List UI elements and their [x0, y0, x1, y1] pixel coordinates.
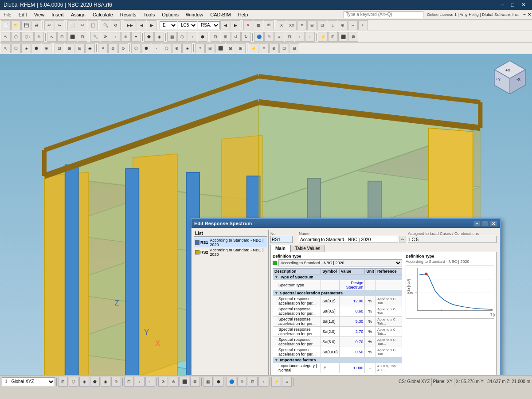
t3-btn6[interactable]: ⊡: [55, 43, 64, 53]
t2-btn14[interactable]: ⬟: [144, 32, 154, 42]
rsa-dropdown[interactable]: RSA...: [198, 21, 220, 29]
tb-btn-h[interactable]: ↔: [348, 20, 358, 30]
assigned-input[interactable]: [408, 236, 497, 243]
t2-btn19[interactable]: ⬢: [198, 32, 207, 42]
tb1-btn2[interactable]: ◀: [137, 20, 146, 30]
maximize-btn[interactable]: □: [509, 2, 517, 8]
t3-btn1[interactable]: ↖: [1, 43, 11, 53]
menu-insert[interactable]: Insert: [48, 11, 67, 18]
t3-btn3[interactable]: ◈: [21, 43, 31, 53]
bt-btn6[interactable]: ⊕: [111, 377, 121, 387]
tb-btn-f[interactable]: ⟂: [328, 20, 337, 30]
new-btn[interactable]: 📄: [1, 20, 11, 30]
tb1-btn1[interactable]: ▶▶: [124, 20, 136, 30]
close-btn[interactable]: ✕: [519, 2, 528, 8]
t2-btn13[interactable]: ✦: [131, 32, 141, 42]
t3-btn4[interactable]: ⬟: [31, 43, 41, 53]
dialog-minimize-btn[interactable]: −: [473, 221, 481, 227]
menu-help[interactable]: Help: [235, 11, 252, 18]
tb-btn-g[interactable]: ⊕: [338, 20, 348, 30]
t2-btn28[interactable]: ↑: [295, 32, 305, 42]
undo-btn[interactable]: ↩: [44, 20, 54, 30]
t2-btn2[interactable]: ⬡: [11, 32, 21, 42]
tb-view-btn[interactable]: 👁: [264, 20, 274, 30]
t3-btn10[interactable]: ⌗: [98, 43, 108, 53]
spectrum-type-value[interactable]: Design Spectrum: [339, 280, 365, 290]
bt-btn21[interactable]: ≡: [282, 377, 292, 387]
delete-btn[interactable]: ✕: [243, 20, 253, 30]
copy-btn[interactable]: 📋: [88, 20, 98, 30]
bt-btn10[interactable]: ⊘: [158, 377, 168, 387]
t3-btn28[interactable]: ⊟: [289, 43, 299, 53]
t2-btn7[interactable]: ⬛: [67, 32, 77, 42]
t3-btn25[interactable]: ≡: [259, 43, 269, 53]
viewport[interactable]: Z X Y Z Y X +Y -X +Y: [0, 54, 532, 375]
open-btn[interactable]: 📁: [11, 20, 21, 30]
bt-btn8[interactable]: ↕: [135, 377, 145, 387]
settings-btn[interactable]: ⚙: [111, 20, 121, 30]
tb1-btn3[interactable]: ▶: [147, 20, 156, 30]
t3-btn7[interactable]: ⊞: [65, 43, 74, 53]
menu-window[interactable]: Window: [182, 11, 207, 18]
title-bar-controls[interactable]: − □ ✕: [498, 2, 528, 8]
t3-btn24[interactable]: ⚡: [249, 43, 258, 53]
t2-btn30[interactable]: ⚡: [318, 32, 328, 42]
redo-btn[interactable]: ↪: [55, 20, 64, 30]
bt-btn11[interactable]: ⊗: [169, 377, 179, 387]
t2-btn3[interactable]: ⬡↓: [21, 32, 34, 42]
importance-value[interactable]: 1.000: [339, 363, 365, 373]
select-btn[interactable]: ⬜: [67, 20, 77, 30]
t3-btn23[interactable]: ⊞: [236, 43, 246, 53]
bt-btn19[interactable]: ◦: [258, 377, 268, 387]
license-close[interactable]: ✕: [527, 12, 532, 17]
t3-btn19[interactable]: ⌖: [195, 43, 205, 53]
t3-btn8[interactable]: ⊟: [75, 43, 85, 53]
t2-btn24[interactable]: 🔵: [254, 32, 264, 42]
tb-btn-e[interactable]: ⊡: [317, 20, 327, 30]
bt-btn4[interactable]: ⬟: [90, 377, 100, 387]
t2-btn16[interactable]: ▦: [167, 32, 177, 42]
menu-cad-bim[interactable]: CAD-BIM: [207, 11, 234, 18]
tab-main[interactable]: Main: [270, 245, 290, 252]
t3-btn16[interactable]: ⬡: [162, 43, 172, 53]
bt-btn18[interactable]: ⊟: [248, 377, 258, 387]
nav-cube[interactable]: +Y -X +Y: [492, 59, 528, 94]
t2-btn5[interactable]: ∿: [47, 32, 57, 42]
bt-btn16[interactable]: 🔵: [227, 377, 236, 387]
minimize-btn[interactable]: −: [498, 2, 507, 8]
t3-btn12[interactable]: ⊘: [118, 43, 128, 53]
expand-icon-spectrum[interactable]: ▼: [274, 275, 279, 279]
search-input[interactable]: [344, 11, 423, 18]
tb-btn-c[interactable]: ≡: [297, 20, 307, 30]
bt-btn12[interactable]: ⬛: [180, 377, 189, 387]
t2-btn6[interactable]: ⊞: [57, 32, 67, 42]
t2-btn1[interactable]: ↖: [1, 32, 11, 42]
bt-btn2[interactable]: ⬡: [69, 377, 78, 387]
dialog-maximize-btn[interactable]: □: [481, 221, 489, 227]
sa02-value[interactable]: 12.00: [339, 296, 365, 306]
tb-btn-d[interactable]: ⊞: [307, 20, 317, 30]
tb-btn-b[interactable]: XX: [287, 20, 297, 30]
menu-tools[interactable]: Tools: [140, 11, 158, 18]
t2-btn33[interactable]: ⊠: [348, 32, 358, 42]
t3-btn9[interactable]: ◉: [85, 43, 95, 53]
sa20-value[interactable]: 2.70: [339, 327, 365, 337]
t3-btn18[interactable]: ◈: [182, 43, 192, 53]
save-btn[interactable]: 💾: [21, 20, 31, 30]
sa50-value[interactable]: 0.70: [339, 337, 365, 347]
t3-btn27[interactable]: ⊡: [279, 43, 289, 53]
prev-case-btn[interactable]: ◀: [220, 20, 230, 30]
t2-btn21[interactable]: ⊞: [221, 32, 231, 42]
t3-btn26[interactable]: ⊕: [269, 43, 279, 53]
bt-btn9[interactable]: ↔: [145, 377, 155, 387]
bt-btn5[interactable]: ◉: [101, 377, 110, 387]
expand-icon-spectral[interactable]: ▼: [274, 291, 279, 295]
cut-btn[interactable]: ✂: [78, 20, 87, 30]
t2-btn23[interactable]: ↻: [241, 32, 251, 42]
t2-btn4[interactable]: ⊕: [34, 32, 44, 42]
t2-btn18[interactable]: ◦: [188, 32, 197, 42]
t2-btn32[interactable]: ⬛: [338, 32, 348, 42]
t2-btn8[interactable]: ⊟: [78, 32, 87, 42]
menu-options[interactable]: Options: [158, 11, 182, 18]
menu-edit[interactable]: Edit: [15, 11, 31, 18]
